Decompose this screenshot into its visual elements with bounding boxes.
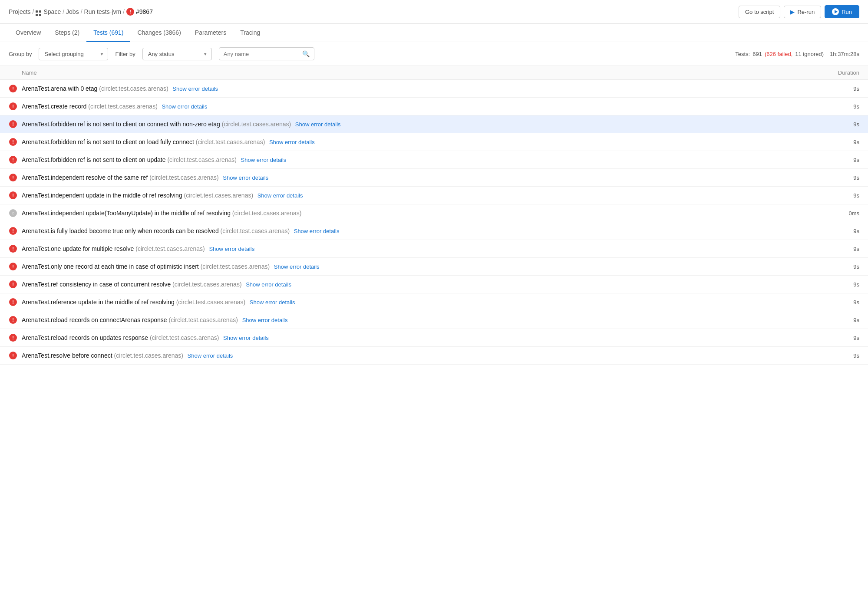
test-name: ArenaTest.create record (circlet.test.ca… xyxy=(22,103,838,110)
tab-tests[interactable]: Tests (691) xyxy=(86,24,130,42)
play-filled-icon xyxy=(832,8,839,15)
show-error-details-link[interactable]: Show error details xyxy=(221,174,268,181)
test-name: ArenaTest.independent resolve of the sam… xyxy=(22,174,838,181)
table-row[interactable]: !ArenaTest.forbidden ref is not sent to … xyxy=(0,115,868,133)
error-status-icon: ! xyxy=(9,316,17,324)
show-error-details-link[interactable]: Show error details xyxy=(186,352,233,359)
test-duration: 9s xyxy=(842,192,859,199)
run-error-badge: ! xyxy=(126,8,134,16)
run-id: ! #9867 xyxy=(126,8,153,16)
name-search-input[interactable] xyxy=(224,51,299,57)
go-to-script-button[interactable]: Go to script xyxy=(739,6,780,18)
table-row[interactable]: !ArenaTest.is fully loaded become true o… xyxy=(0,222,868,240)
test-name: ArenaTest.forbidden ref is not sent to c… xyxy=(22,121,838,128)
test-class-name: (circlet.test.cases.arenas) xyxy=(112,352,183,359)
tab-tracing[interactable]: Tracing xyxy=(233,24,267,42)
filter-by-select-wrapper: Any status ▼ xyxy=(142,48,212,60)
test-duration: 9s xyxy=(842,281,859,288)
test-duration: 9s xyxy=(842,139,859,145)
test-class-name: (circlet.test.cases.arenas) xyxy=(166,156,237,163)
test-summary: Tests: 691 (626 failed, 11 ignored) 1h:3… xyxy=(735,51,859,57)
error-status-icon: ! xyxy=(9,333,17,342)
table-row[interactable]: !ArenaTest.independent update in the mid… xyxy=(0,187,868,204)
test-class-name: (circlet.test.cases.arenas) xyxy=(231,210,301,217)
table-row[interactable]: !ArenaTest.resolve before connect (circl… xyxy=(0,347,868,365)
breadcrumb-projects[interactable]: Projects xyxy=(9,8,31,15)
test-rows: !ArenaTest.arena with 0 etag (circlet.te… xyxy=(0,80,868,365)
test-class-name: (circlet.test.cases.arenas) xyxy=(148,334,219,341)
error-status-icon: ! xyxy=(9,191,17,200)
error-status-icon: ! xyxy=(9,227,17,235)
error-status-icon: ! xyxy=(9,84,17,93)
test-duration: 9s xyxy=(842,121,859,128)
breadcrumb-space[interactable]: Space xyxy=(43,8,61,15)
table-row[interactable]: !ArenaTest.independent resolve of the sa… xyxy=(0,169,868,187)
test-class-name: (circlet.test.cases.arenas) xyxy=(134,245,205,252)
table-header: Name Duration xyxy=(0,66,868,80)
test-class-name: (circlet.test.cases.arenas) xyxy=(167,316,238,323)
run-button[interactable]: Run xyxy=(825,5,859,18)
tab-parameters[interactable]: Parameters xyxy=(188,24,233,42)
show-error-details-link[interactable]: Show error details xyxy=(208,246,254,252)
breadcrumb-run[interactable]: Run tests-jvm xyxy=(84,8,122,15)
table-row[interactable]: !ArenaTest.forbidden ref is not sent to … xyxy=(0,133,868,151)
show-error-details-link[interactable]: Show error details xyxy=(221,335,268,341)
filter-by-select[interactable]: Any status xyxy=(142,48,212,60)
tab-changes[interactable]: Changes (3866) xyxy=(130,24,188,42)
table-row[interactable]: !ArenaTest.only one record at each time … xyxy=(0,258,868,276)
show-error-details-link[interactable]: Show error details xyxy=(160,103,207,110)
breadcrumb: Projects / Space / Jobs / Run tests-jvm … xyxy=(9,7,153,16)
table-row[interactable]: !ArenaTest.reference update in the middl… xyxy=(0,293,868,311)
show-error-details-link[interactable]: Show error details xyxy=(294,121,340,128)
error-status-icon: ! xyxy=(9,351,17,360)
tab-steps[interactable]: Steps (2) xyxy=(48,24,86,42)
tests-total: 691 xyxy=(752,51,762,57)
test-duration: 9s xyxy=(842,263,859,270)
test-class-name: (circlet.test.cases.arenas) xyxy=(219,227,290,234)
show-error-details-link[interactable]: Show error details xyxy=(239,157,286,163)
test-method-name: ArenaTest.forbidden ref is not sent to c… xyxy=(22,138,194,145)
test-class-name: (circlet.test.cases.arenas) xyxy=(148,174,218,181)
error-status-icon: ! xyxy=(9,173,17,182)
table-row[interactable]: !ArenaTest.reload records on updates res… xyxy=(0,329,868,347)
filter-by-label: Filter by xyxy=(115,51,135,57)
show-error-details-link[interactable]: Show error details xyxy=(267,139,314,145)
tab-overview[interactable]: Overview xyxy=(9,24,48,42)
group-by-select-wrapper: Select grouping ▼ xyxy=(39,48,108,60)
ignored-status-icon: ○ xyxy=(9,209,17,217)
table-row[interactable]: !ArenaTest.arena with 0 etag (circlet.te… xyxy=(0,80,868,98)
error-status-icon: ! xyxy=(9,280,17,289)
test-method-name: ArenaTest.arena with 0 etag xyxy=(22,85,97,92)
col-duration-header: Duration xyxy=(838,69,859,76)
show-error-details-link[interactable]: Show error details xyxy=(256,192,303,199)
table-row[interactable]: !ArenaTest.one update for multiple resol… xyxy=(0,240,868,258)
test-class-name: (circlet.test.cases.arenas) xyxy=(175,299,245,306)
table-row[interactable]: !ArenaTest.forbidden ref is not sent to … xyxy=(0,151,868,169)
show-error-details-link[interactable]: Show error details xyxy=(171,86,218,92)
test-class-name: (circlet.test.cases.arenas) xyxy=(182,192,253,199)
test-name: ArenaTest.only one record at each time i… xyxy=(22,263,838,270)
group-by-select[interactable]: Select grouping xyxy=(39,48,108,60)
error-status-icon: ! xyxy=(9,244,17,253)
re-run-button[interactable]: ▶ Re-run xyxy=(784,6,821,18)
test-method-name: ArenaTest.only one record at each time i… xyxy=(22,263,199,270)
test-method-name: ArenaTest.ref consistency in case of con… xyxy=(22,281,171,288)
show-error-details-link[interactable]: Show error details xyxy=(272,263,319,270)
error-status-icon: ! xyxy=(9,138,17,146)
show-error-details-link[interactable]: Show error details xyxy=(244,281,291,288)
show-error-details-link[interactable]: Show error details xyxy=(241,317,287,323)
table-row[interactable]: ○ArenaTest.independent update(TooManyUpd… xyxy=(0,204,868,222)
test-method-name: ArenaTest.create record xyxy=(22,103,86,110)
page-header: Projects / Space / Jobs / Run tests-jvm … xyxy=(0,0,868,24)
show-error-details-link[interactable]: Show error details xyxy=(248,299,295,306)
table-row[interactable]: !ArenaTest.reload records on connectAren… xyxy=(0,311,868,329)
breadcrumb-jobs[interactable]: Jobs xyxy=(66,8,79,15)
test-name: ArenaTest.is fully loaded become true on… xyxy=(22,227,838,234)
error-status-icon: ! xyxy=(9,262,17,271)
test-name: ArenaTest.resolve before connect (circle… xyxy=(22,352,838,359)
error-status-icon: ! xyxy=(9,120,17,128)
show-error-details-link[interactable]: Show error details xyxy=(292,228,339,234)
table-row[interactable]: !ArenaTest.ref consistency in case of co… xyxy=(0,276,868,293)
table-row[interactable]: !ArenaTest.create record (circlet.test.c… xyxy=(0,98,868,115)
tests-duration: 1h:37m:28s xyxy=(830,51,859,57)
